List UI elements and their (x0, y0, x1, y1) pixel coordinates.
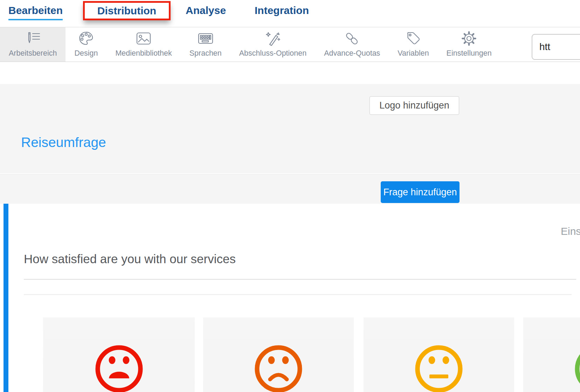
toolbar-item-sprachen[interactable]: Sprachen (181, 27, 230, 62)
survey-actions-panel: Frage hinzufügen (0, 174, 580, 204)
neutral-face-yellow-icon (415, 345, 463, 392)
question-block: Einstellungen How satisfied are you with… (0, 204, 580, 392)
toolbar-label: Variablen (398, 49, 429, 58)
rating-option-dissatisfied[interactable] (203, 317, 354, 392)
magic-wand-icon (265, 31, 281, 46)
toolbar-label: Medienbibliothek (115, 49, 172, 58)
toolbar-item-variablen[interactable]: Variablen (389, 27, 437, 62)
rating-options-row (0, 317, 580, 392)
toolbar-label: Sprachen (189, 49, 222, 58)
survey-editor-window: Bearbeiten Distribution Analyse Integrat… (0, 0, 580, 392)
toolbar-label: Design (74, 49, 98, 58)
keyboard-icon (198, 31, 214, 46)
question-title[interactable]: How satisfied are you with our services (24, 252, 236, 266)
toolbar-item-design[interactable]: Design (65, 27, 106, 62)
image-icon (136, 31, 152, 46)
add-question-button[interactable]: Frage hinzufügen (381, 181, 460, 203)
palette-icon (78, 31, 94, 46)
sad-face-red-icon (95, 345, 143, 392)
survey-url-input[interactable] (532, 34, 580, 60)
add-logo-button[interactable]: Logo hinzufügen (370, 96, 459, 115)
toolbar-item-abschluss-optionen[interactable]: Abschluss-Optionen (230, 27, 315, 62)
toolbar-item-advance-quotas[interactable]: Advance-Quotas (315, 27, 389, 62)
tag-icon (405, 31, 421, 46)
survey-header-panel: Logo hinzufügen Reiseumfrage (0, 84, 580, 173)
highlight-annotation-box: Distribution (83, 1, 171, 20)
rating-option-neutral[interactable] (364, 317, 514, 392)
toolbar-item-medienbibliothek[interactable]: Medienbibliothek (106, 27, 180, 62)
rating-option-very-dissatisfied[interactable] (43, 317, 195, 392)
toolbar-label: Arbeitsbereich (9, 49, 57, 58)
toolbar-item-einstellungen[interactable]: Einstellungen (438, 27, 500, 62)
toolbar-item-arbeitsbereich[interactable]: Arbeitsbereich (0, 27, 65, 62)
survey-title[interactable]: Reiseumfrage (21, 135, 106, 150)
gear-icon (461, 31, 477, 46)
editor-toolbar: Arbeitsbereich Design Medienbibliothek (0, 27, 580, 62)
rating-option-satisfied[interactable] (523, 317, 580, 392)
chain-link-icon (344, 31, 360, 46)
toolbar-label: Abschluss-Optionen (239, 49, 306, 58)
toolbar-label: Einstellungen (447, 49, 492, 58)
smile-face-green-icon (575, 345, 580, 392)
divider (24, 279, 576, 280)
nav-tab-distribution[interactable]: Distribution (97, 5, 156, 17)
divider-faint (24, 294, 572, 295)
toolbar-label: Advance-Quotas (324, 49, 380, 58)
question-settings-link[interactable]: Einstellungen (561, 225, 580, 237)
nav-tab-bearbeiten[interactable]: Bearbeiten (8, 5, 63, 20)
sad-face-orange-icon (255, 345, 302, 392)
nav-tab-integration[interactable]: Integration (255, 5, 309, 16)
pen-list-icon (25, 31, 41, 46)
nav-tab-analyse[interactable]: Analyse (186, 5, 226, 16)
